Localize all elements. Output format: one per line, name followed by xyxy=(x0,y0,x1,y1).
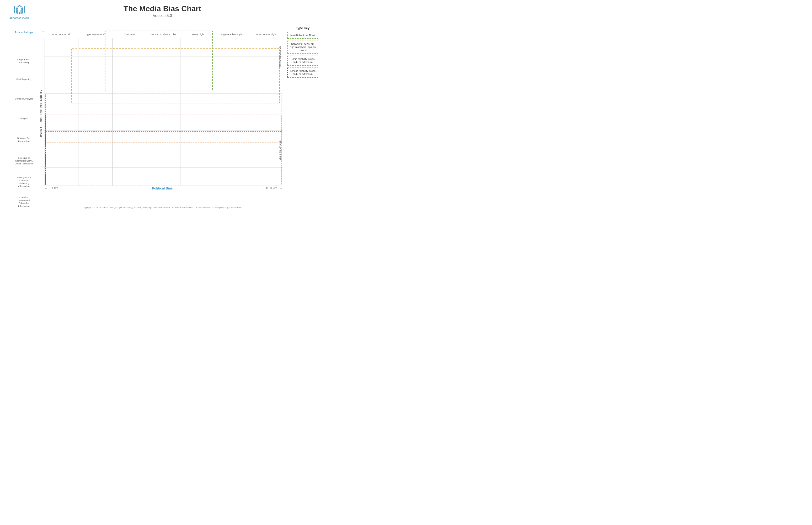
more-reliable-label: MORE RELIABLE xyxy=(279,46,281,67)
key-label-orange: Some reliability issues and / or extremi… xyxy=(291,58,315,63)
version-label: Version 5.0 xyxy=(0,14,325,18)
grid-row-line-1 xyxy=(44,57,283,57)
row-label-fabricated: Contains Inaccurate / Fabricated Informa… xyxy=(14,196,33,208)
right-axis-label: RIGHT → xyxy=(266,186,283,191)
bottom-axis: ← LEFT Political Bias RIGHT → xyxy=(44,186,283,191)
key-label-yellow: Reliable for news, but high in analysis … xyxy=(290,43,316,51)
type-key-title: Type Key xyxy=(285,26,320,30)
row-label-fact-reporting: Fact Reporting xyxy=(14,78,33,81)
grid-row-line-6 xyxy=(44,149,283,149)
down-arrow: ↓ xyxy=(42,188,44,193)
page-title: The Media Bias Chart xyxy=(0,4,325,13)
col-header-1: Hyper-Partisan Left xyxy=(78,31,113,38)
key-item-green: Most Reliable for News xyxy=(285,32,320,39)
row-label-propaganda: Propoganda / Contains Misleading Informa… xyxy=(14,176,33,188)
grid-row-line-7 xyxy=(44,167,283,168)
right-label-text: RIGHT xyxy=(266,187,278,190)
chart-outer: Article Ratings ↑ ↓ OVERALL SOURCE RELIA… xyxy=(14,26,283,196)
col-header-3: Neutral or Balanced Bias xyxy=(147,31,181,38)
col-header-2: Skews Left xyxy=(113,31,147,38)
left-arrow-icon: ← xyxy=(44,186,48,191)
right-arrow-icon: → xyxy=(279,186,283,191)
svg-point-7 xyxy=(19,5,20,6)
key-label-red: Serious reliability issues and / or extr… xyxy=(290,70,316,75)
row-label-opinion-fair: Opinion / Fair Persuasion xyxy=(14,137,33,143)
col-header-5: Hyper-Partisan Right xyxy=(215,31,249,38)
svg-rect-5 xyxy=(14,6,15,13)
key-item-orange: Some reliability issues and / or extremi… xyxy=(285,56,320,65)
political-bias-label: Political Bias xyxy=(152,186,173,190)
left-axis-label: ← LEFT xyxy=(44,186,59,191)
col-header-0: Most Extreme Left xyxy=(44,31,78,38)
type-key: Type Key Most Reliable for News Reliable… xyxy=(285,26,320,79)
svg-rect-0 xyxy=(19,12,20,15)
logo-text: ad fontes media xyxy=(10,16,30,19)
logo-area: ad fontes media xyxy=(10,4,30,19)
key-label-green: Most Reliable for News xyxy=(290,34,315,36)
grid-row-line-3 xyxy=(44,93,283,94)
col-header-4: Skews Right xyxy=(180,31,215,38)
svg-rect-1 xyxy=(17,10,19,14)
row-label-selective: Selective or Incomplete Story / Unfair P… xyxy=(14,156,33,165)
row-label-analysis: Analysis xyxy=(14,117,33,120)
less-reliable-label: LESS RELIABLE xyxy=(279,140,281,160)
left-label-text: LEFT xyxy=(49,187,59,190)
page-header: The Media Bias Chart Version 5.0 xyxy=(0,0,325,19)
key-item-yellow: Reliable for news, but high in analysis … xyxy=(285,41,320,54)
column-headers: Most Extreme LeftHyper-Partisan LeftSkew… xyxy=(44,31,283,38)
grid-row-line-5 xyxy=(44,131,283,131)
copyright: Copyright © 2019 Ad Fontes Media, Inc. |… xyxy=(0,207,325,209)
grid-row-line-4 xyxy=(44,112,283,112)
svg-rect-2 xyxy=(20,10,22,14)
svg-rect-6 xyxy=(24,6,25,13)
logo-icon xyxy=(13,4,26,15)
grid-area xyxy=(44,38,283,186)
key-item-red: Serious reliability issues and / or extr… xyxy=(285,68,320,77)
y-axis-label: OVERALL SOURCE RELIABILITY xyxy=(39,40,43,186)
col-header-6: Most Extreme Right xyxy=(249,31,283,38)
up-arrow: ↑ xyxy=(42,30,44,35)
chart-grid: Most Extreme LeftHyper-Partisan LeftSkew… xyxy=(44,31,283,186)
article-ratings-label: Article Ratings xyxy=(14,31,33,34)
row-label-original-fact: Original Fact Reporting xyxy=(14,58,33,64)
row-label-complex-analysis: Complex Analysis xyxy=(14,97,33,100)
